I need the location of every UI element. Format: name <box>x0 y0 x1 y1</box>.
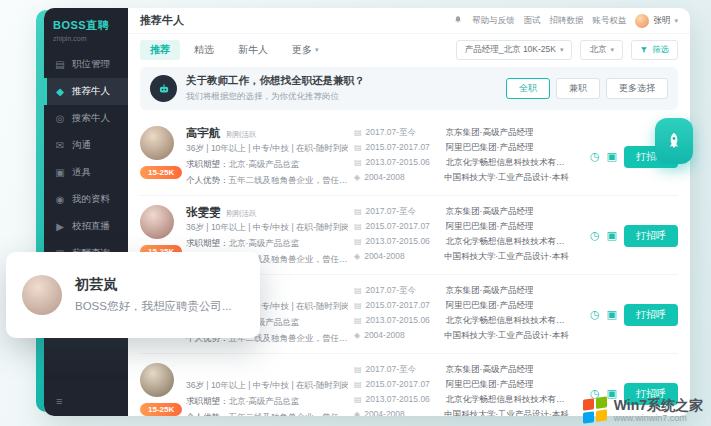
timeline-detail: 北京化学畅想信息科技技术有限公司·AI高级产品工程师 <box>446 236 572 248</box>
timeline-detail: 京东集团·高级产品经理 <box>446 285 534 297</box>
timeline-entry: ◈ 2004-2008 中国科技大学·工业产品设计·本科 <box>354 251 572 263</box>
graduation-cap-icon: ◈ <box>354 410 360 416</box>
briefcase-icon: ▤ <box>354 207 362 216</box>
sidebar-item-label: 道具 <box>72 166 91 179</box>
briefcase-icon: ▤ <box>354 365 362 374</box>
video-interview-icon[interactable]: ▣ <box>607 308 617 321</box>
history-clock-icon[interactable]: ◷ <box>590 150 600 163</box>
sidebar-item[interactable]: ◉ 我的资料 <box>44 186 128 213</box>
sidebar-item[interactable]: ◎ 搜索牛人 <box>44 105 128 132</box>
greet-button[interactable]: 打招呼 <box>624 304 678 326</box>
tab-more[interactable]: 更多▾ <box>282 40 329 60</box>
timeline-entry: ▤ 2015.07-2017.07 阿里巴巴集团·产品经理 <box>354 300 572 312</box>
filter-bar: 推荐 精选 新牛人 更多▾ 产品经理_北京 10K-25K▾ 北京▾ 筛选 <box>128 34 690 65</box>
timeline-detail: 阿里巴巴集团·产品经理 <box>446 379 534 391</box>
briefcase-icon: ▤ <box>354 380 362 389</box>
sender-name: 初芸岚 <box>75 276 232 294</box>
timeline-entry: ▤ 2015.07-2017.07 阿里巴巴集团·产品经理 <box>354 221 572 233</box>
candidate-meta: 36岁 | 10年以上 | 中专/中技 | 在职-随时到岗 <box>186 222 348 234</box>
candidate-info: 36岁 | 10年以上 | 中专/中技 | 在职-随时到岗 求职期望：北京·高级… <box>186 363 354 416</box>
candidate-avatar[interactable] <box>140 363 174 397</box>
timeline-entry: ▤ 2013.07-2015.06 北京化学畅想信息科技技术有限公司·AI高级产… <box>354 157 572 169</box>
candidate-avatar[interactable] <box>140 126 174 160</box>
sidebar-item[interactable]: ▣ 道具 <box>44 159 128 186</box>
briefcase-icon: ▤ <box>54 59 66 70</box>
expectation-value: 北京·高级产品总监 <box>229 159 300 169</box>
video-interview-icon[interactable]: ▣ <box>607 229 617 242</box>
timeline-detail: 阿里巴巴集团·产品经理 <box>446 221 534 233</box>
briefcase-icon: ▤ <box>354 286 362 295</box>
timeline-period: 2013.07-2015.06 <box>366 315 442 325</box>
expectation-label: 求职期望： <box>186 159 229 169</box>
candidate-advantage: 个人优势：五年二线及独角兽企业，曾任腾讯引导头条商业高级产品经理... <box>186 412 348 416</box>
expectation-value: 北京·高级产品总监 <box>229 396 300 406</box>
candidate-avatar-block: 15-25K <box>140 126 186 187</box>
tab-featured[interactable]: 精选 <box>184 40 224 60</box>
tab-new-talent[interactable]: 新牛人 <box>228 40 278 60</box>
recruit-data-link[interactable]: 招聘数据 <box>549 15 583 27</box>
watermark-title: Win7系统之家 <box>614 398 703 413</box>
desktop-background: BOSS直聘 zhipin.com ▤ 职位管理 ◆ 推荐牛人 ◎ <box>0 0 711 426</box>
city-select[interactable]: 北京▾ <box>580 40 623 60</box>
candidate-advantage: 个人优势：五年二线及独角兽企业，曾任腾讯引导头条商业高级产品经理... <box>186 175 348 187</box>
candidate-expectation: 求职期望：北京·高级产品总监 <box>186 159 348 171</box>
job-select[interactable]: 产品经理_北京 10K-25K▾ <box>456 40 573 60</box>
sidebar-item[interactable]: ▤ 职位管理 <box>44 51 128 78</box>
history-clock-icon[interactable]: ◷ <box>590 229 600 242</box>
briefcase-icon: ▤ <box>354 143 362 152</box>
more-options-button[interactable]: 更多选择 <box>606 78 668 99</box>
history-clock-icon[interactable]: ◷ <box>590 308 600 321</box>
parttime-button[interactable]: 兼职 <box>556 78 600 99</box>
timeline-period: 2013.07-2015.06 <box>366 394 442 404</box>
timeline-detail: 北京化学畅想信息科技技术有限公司·AI高级产品工程师 <box>446 315 572 327</box>
account-benefits-link[interactable]: 账号权益 <box>592 15 626 27</box>
help-feedback-link[interactable]: 帮助与反馈 <box>472 15 515 27</box>
banner-text: 关于教师工作，你想找全职还是兼职？ 我们将根据您的选择，为你优化推荐岗位 <box>186 74 365 103</box>
filter-button[interactable]: 筛选 <box>631 40 678 60</box>
app-logo[interactable]: BOSS直聘 zhipin.com <box>44 8 128 51</box>
sidebar-item[interactable]: ▶ 校招直播 <box>44 213 128 240</box>
candidate-row[interactable]: 15-25K 高宇航 刚刚活跃 36岁 | 10年以上 | 中专/中技 | 在职… <box>140 117 678 196</box>
candidate-name[interactable]: 高宇航 <box>186 126 221 141</box>
timeline-period: 2017.07-至今 <box>366 206 442 218</box>
timeline-period: 2013.07-2015.06 <box>366 157 442 167</box>
tab-recommend[interactable]: 推荐 <box>140 40 180 60</box>
timeline-period: 2015.07-2017.07 <box>366 379 442 389</box>
candidate-name-row: 张雯雯 刚刚活跃 <box>186 205 348 219</box>
chat-icon: ✉ <box>54 140 66 151</box>
timeline-period: 2015.07-2017.07 <box>366 142 442 152</box>
briefcase-icon: ▤ <box>354 316 362 325</box>
candidate-name-row <box>186 363 348 377</box>
timeline-period: 2015.07-2017.07 <box>366 300 442 310</box>
topbar-actions: 帮助与反馈 面试 招聘数据 账号权益 张明 ▾ <box>453 14 678 28</box>
toast-text: 初芸岚 BOSS您好，我想应聘贵公司... <box>75 276 232 314</box>
candidate-avatar[interactable] <box>140 205 174 239</box>
sidebar-item[interactable]: ✉ 沟通 <box>44 132 128 159</box>
chat-notification-toast[interactable]: 初芸岚 BOSS您好，我想应聘贵公司... <box>6 252 260 338</box>
advantage-value: 五年二线及独角兽企业，曾任腾讯引导头条商业高级产品经理... <box>229 175 349 185</box>
candidate-timeline: ▤ 2017.07-至今 京东集团·高级产品经理 ▤ 2015.07-2017.… <box>354 363 572 416</box>
video-interview-icon[interactable]: ▣ <box>607 150 617 163</box>
advantage-label: 个人优势： <box>186 412 229 416</box>
app-window: BOSS直聘 zhipin.com ▤ 职位管理 ◆ 推荐牛人 ◎ <box>44 8 690 416</box>
user-menu[interactable]: 张明 ▾ <box>635 14 678 28</box>
sidebar-menu-icon[interactable]: ≡ <box>44 386 128 416</box>
rocket-boost-button[interactable] <box>655 118 693 164</box>
sidebar-item-label: 搜索牛人 <box>72 112 110 125</box>
greet-button[interactable]: 打招呼 <box>624 225 678 247</box>
interview-link[interactable]: 面试 <box>523 15 540 27</box>
notification-bell-icon[interactable] <box>453 15 463 27</box>
sidebar-item-label: 沟通 <box>72 139 91 152</box>
timeline-period: 2015.07-2017.07 <box>366 221 442 231</box>
sidebar-item[interactable]: ◆ 推荐牛人 <box>44 78 128 105</box>
fulltime-button[interactable]: 全职 <box>506 78 550 99</box>
briefcase-icon: ▤ <box>354 237 362 246</box>
assistant-banner: 关于教师工作，你想找全职还是兼职？ 我们将根据您的选择，为你优化推荐岗位 全职 … <box>140 67 678 110</box>
timeline-detail: 北京化学畅想信息科技技术有限公司·AI高级产品工程师 <box>446 157 572 169</box>
candidate-name[interactable]: 张雯雯 <box>186 205 221 220</box>
funnel-icon <box>640 46 648 54</box>
candidate-expectation: 求职期望：北京·高级产品总监 <box>186 396 348 408</box>
chevron-down-icon: ▾ <box>560 46 564 54</box>
briefcase-icon: ▤ <box>354 222 362 231</box>
site-watermark: Win7系统之家 www.winwin7.com <box>583 398 703 424</box>
